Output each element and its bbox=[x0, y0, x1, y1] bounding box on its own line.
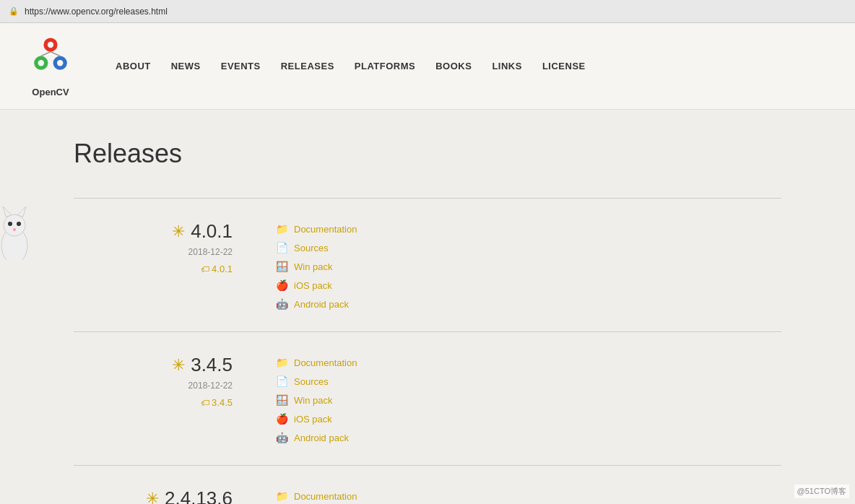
file-icon: 📄 bbox=[276, 375, 288, 387]
download-links-0: 📁Documentation📄Sources🪟Win pack🍎iOS pack… bbox=[276, 220, 781, 310]
nav-books[interactable]: BOOKS bbox=[435, 61, 472, 71]
svg-line-6 bbox=[41, 52, 51, 56]
svg-marker-11 bbox=[17, 207, 26, 217]
release-tag: 🏷4.0.1 bbox=[74, 263, 233, 274]
browser-bar: 🔒 https://www.opencv.org/releases.html bbox=[0, 0, 855, 23]
download-link-documentation[interactable]: 📁Documentation bbox=[276, 490, 781, 502]
main-nav: ABOUT NEWS EVENTS RELEASES PLATFORMS BOO… bbox=[116, 61, 586, 71]
opencv-logo bbox=[29, 35, 72, 85]
svg-point-13 bbox=[17, 222, 21, 226]
download-link-ios-pack[interactable]: 🍎iOS pack bbox=[276, 279, 781, 291]
download-link-ios-pack[interactable]: 🍎iOS pack bbox=[276, 413, 781, 425]
release-version-row-2: ✳2.4.13.6 bbox=[74, 487, 233, 504]
download-link-android-pack[interactable]: 🤖Android pack bbox=[276, 298, 781, 310]
release-info-2: ✳2.4.13.62018-02-26🏷2.4.13.6 bbox=[74, 487, 276, 504]
release-date: 2018-12-22 bbox=[74, 247, 233, 257]
download-link-win-pack[interactable]: 🪟Win pack bbox=[276, 261, 781, 272]
svg-point-9 bbox=[4, 214, 25, 236]
svg-point-14 bbox=[13, 228, 16, 231]
download-link-win-pack[interactable]: 🪟Win pack bbox=[276, 394, 781, 406]
tag-icon: 🏷 bbox=[201, 264, 209, 274]
download-label: Sources bbox=[294, 243, 329, 253]
download-link-sources[interactable]: 📄Sources bbox=[276, 242, 781, 253]
download-label: Documentation bbox=[294, 357, 357, 368]
page-title: Releases bbox=[74, 139, 781, 169]
release-version-row-1: ✳3.4.5 bbox=[74, 354, 233, 376]
download-label: Documentation bbox=[294, 491, 357, 502]
nav-about[interactable]: ABOUT bbox=[116, 61, 151, 71]
folder-icon: 📁 bbox=[276, 357, 288, 368]
tag-link[interactable]: 3.4.5 bbox=[212, 397, 233, 408]
svg-line-7 bbox=[51, 52, 60, 56]
svg-point-1 bbox=[48, 42, 53, 48]
svg-marker-10 bbox=[3, 207, 12, 217]
page: OpenCV ABOUT NEWS EVENTS RELEASES PLATFO… bbox=[0, 23, 855, 504]
download-link-documentation[interactable]: 📁Documentation bbox=[276, 357, 781, 368]
apple-icon: 🍎 bbox=[276, 413, 288, 425]
android-icon: 🤖 bbox=[276, 298, 288, 310]
download-label: iOS pack bbox=[294, 280, 332, 291]
nav-releases[interactable]: RELEASES bbox=[281, 61, 334, 71]
svg-point-12 bbox=[8, 222, 12, 226]
download-label: iOS pack bbox=[294, 414, 332, 425]
watermark: @51CTO博客 bbox=[794, 485, 849, 498]
nav-events[interactable]: EVENTS bbox=[221, 61, 261, 71]
release-section-4.0.1: ✳4.0.12018-12-22🏷4.0.1📁Documentation📄Sou… bbox=[74, 198, 781, 331]
download-links-2: 📁Documentation📄Sources🪟Win pack🍎iOS pack… bbox=[276, 487, 781, 504]
release-section-2.4.13.6: ✳2.4.13.62018-02-26🏷2.4.13.6📁Documentati… bbox=[74, 465, 781, 504]
svg-point-3 bbox=[38, 60, 44, 66]
apple-icon: 🍎 bbox=[276, 279, 288, 291]
release-version-number: 2.4.13.6 bbox=[165, 487, 233, 504]
release-info-1: ✳3.4.52018-12-22🏷3.4.5 bbox=[74, 354, 276, 408]
release-version-number: 3.4.5 bbox=[191, 354, 233, 376]
android-icon: 🤖 bbox=[276, 432, 288, 443]
site-header: OpenCV ABOUT NEWS EVENTS RELEASES PLATFO… bbox=[0, 23, 855, 110]
release-date: 2018-12-22 bbox=[74, 381, 233, 391]
release-tag: 🏷3.4.5 bbox=[74, 396, 233, 408]
asterisk-icon: ✳ bbox=[172, 356, 185, 375]
nav-links[interactable]: LINKS bbox=[492, 61, 522, 71]
releases-container: ✳4.0.12018-12-22🏷4.0.1📁Documentation📄Sou… bbox=[74, 198, 781, 504]
tag-link[interactable]: 4.0.1 bbox=[212, 264, 233, 274]
svg-point-5 bbox=[57, 60, 63, 66]
release-info-0: ✳4.0.12018-12-22🏷4.0.1 bbox=[74, 220, 276, 274]
download-label: Win pack bbox=[294, 261, 332, 272]
download-label: Sources bbox=[294, 376, 329, 387]
folder-icon: 📁 bbox=[276, 223, 288, 235]
download-label: Android pack bbox=[294, 433, 349, 443]
folder-icon: 📁 bbox=[276, 490, 288, 502]
download-link-android-pack[interactable]: 🤖Android pack bbox=[276, 432, 781, 443]
cat-decoration bbox=[0, 202, 29, 260]
main-content: Releases ✳4.0.12018-12-22🏷4.0.1📁Document… bbox=[30, 110, 825, 504]
logo-link[interactable]: OpenCV bbox=[29, 35, 72, 97]
download-label: Win pack bbox=[294, 395, 332, 406]
asterisk-icon: ✳ bbox=[172, 222, 185, 241]
logo-text: OpenCV bbox=[32, 87, 69, 97]
asterisk-icon: ✳ bbox=[146, 490, 159, 505]
windows-icon: 🪟 bbox=[276, 394, 288, 406]
windows-icon: 🪟 bbox=[276, 261, 288, 272]
file-icon: 📄 bbox=[276, 242, 288, 253]
url-bar[interactable]: https://www.opencv.org/releases.html bbox=[25, 6, 168, 17]
nav-news[interactable]: NEWS bbox=[171, 61, 201, 71]
nav-license[interactable]: LICENSE bbox=[542, 61, 586, 71]
download-label: Documentation bbox=[294, 224, 357, 235]
release-version-number: 4.0.1 bbox=[191, 220, 233, 243]
release-version-row-0: ✳4.0.1 bbox=[74, 220, 233, 243]
tag-icon: 🏷 bbox=[201, 398, 209, 408]
download-links-1: 📁Documentation📄Sources🪟Win pack🍎iOS pack… bbox=[276, 354, 781, 443]
download-link-documentation[interactable]: 📁Documentation bbox=[276, 223, 781, 235]
release-section-3.4.5: ✳3.4.52018-12-22🏷3.4.5📁Documentation📄Sou… bbox=[74, 331, 781, 465]
download-label: Android pack bbox=[294, 299, 349, 310]
download-link-sources[interactable]: 📄Sources bbox=[276, 375, 781, 387]
lock-icon: 🔒 bbox=[9, 6, 19, 16]
nav-platforms[interactable]: PLATFORMS bbox=[355, 61, 415, 71]
